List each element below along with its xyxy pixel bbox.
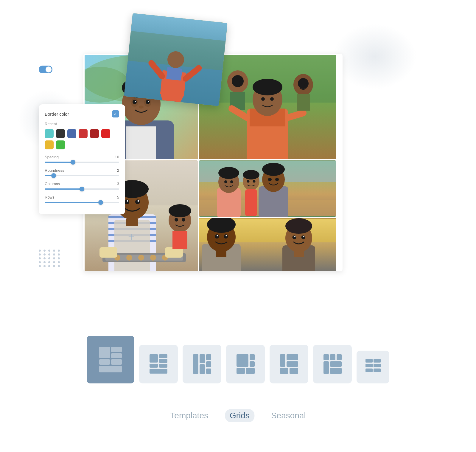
svg-rect-130	[250, 361, 255, 367]
main-container: + Border color ✓ Recent Spacing 10	[0, 0, 476, 452]
svg-point-23	[139, 106, 144, 109]
panel-confirm-button[interactable]: ✓	[112, 110, 119, 117]
svg-rect-114	[111, 359, 122, 365]
svg-rect-139	[330, 354, 335, 360]
svg-point-79	[218, 167, 239, 179]
swatch-red-dark[interactable]	[90, 129, 99, 138]
svg-point-30	[261, 97, 265, 101]
svg-point-105	[293, 236, 296, 239]
swatch-yellow[interactable]	[45, 140, 54, 149]
swatch-teal[interactable]	[45, 129, 54, 138]
photo-right-bottom-wrap	[199, 160, 336, 271]
svg-point-107	[294, 236, 295, 237]
swatch-black[interactable]	[56, 129, 65, 138]
svg-point-85	[268, 178, 272, 181]
toggle-switch[interactable]	[39, 66, 52, 73]
svg-point-43	[304, 83, 307, 86]
svg-point-55	[125, 199, 129, 204]
svg-rect-137	[290, 368, 298, 374]
svg-point-29	[253, 79, 282, 95]
recent-label: Recent	[45, 122, 119, 126]
svg-point-64	[138, 255, 144, 261]
svg-rect-117	[159, 354, 167, 358]
template-thumb-6[interactable]	[313, 345, 352, 383]
svg-rect-146	[365, 364, 373, 367]
rows-slider-row: Rows 5	[45, 195, 119, 203]
color-swatches	[45, 129, 119, 149]
spacing-thumb[interactable]	[71, 160, 75, 165]
svg-point-90	[247, 180, 250, 183]
svg-rect-73	[172, 231, 187, 249]
roundness-label: Roundness	[45, 168, 64, 173]
svg-point-34	[232, 75, 244, 87]
svg-rect-147	[374, 364, 381, 367]
tab-grids[interactable]: Grids	[225, 409, 254, 422]
border-color-panel: Border color ✓ Recent Spacing 10	[39, 104, 125, 214]
svg-point-42	[300, 83, 302, 86]
swatch-red[interactable]	[101, 129, 110, 138]
svg-point-57	[127, 200, 128, 202]
columns-slider-row: Columns 3	[45, 182, 119, 190]
swatch-blue[interactable]	[67, 129, 76, 138]
svg-line-38	[288, 113, 303, 117]
svg-rect-112	[111, 353, 122, 358]
svg-point-80	[224, 180, 227, 183]
spacing-label: Spacing	[45, 155, 59, 159]
svg-point-98	[224, 234, 228, 239]
template-thumb-4[interactable]	[226, 345, 265, 383]
template-thumb-7[interactable]	[357, 351, 389, 383]
svg-rect-118	[159, 359, 167, 363]
svg-rect-123	[200, 354, 205, 363]
svg-point-35	[234, 81, 236, 83]
photo-cell-family-outdoor-2[interactable]	[199, 160, 336, 217]
photo-cell-smiling[interactable]	[199, 218, 336, 271]
templates-row	[87, 336, 389, 383]
svg-rect-40	[297, 94, 310, 111]
svg-rect-128	[237, 354, 248, 367]
svg-point-99	[217, 235, 218, 236]
columns-thumb[interactable]	[80, 187, 84, 191]
svg-point-70	[169, 204, 191, 217]
svg-rect-101	[216, 251, 226, 257]
svg-rect-119	[150, 364, 158, 368]
panel-title: Border color	[45, 112, 69, 117]
add-photo-button[interactable]: +	[128, 231, 134, 243]
tab-templates[interactable]: Templates	[165, 409, 213, 422]
spacing-value: 10	[115, 155, 119, 159]
swatch-dark-red[interactable]	[79, 129, 88, 138]
template-thumb-2[interactable]	[139, 345, 178, 383]
svg-rect-141	[323, 361, 329, 374]
columns-fill	[45, 188, 82, 190]
svg-point-65	[150, 255, 156, 261]
svg-rect-129	[250, 354, 255, 360]
svg-rect-135	[287, 361, 298, 367]
svg-rect-52	[114, 220, 150, 271]
svg-rect-88	[245, 189, 257, 216]
svg-rect-67	[99, 247, 117, 258]
rows-thumb[interactable]	[98, 200, 103, 205]
swatch-green[interactable]	[56, 140, 65, 149]
svg-rect-124	[200, 364, 205, 374]
svg-rect-140	[337, 354, 342, 360]
tab-seasonal[interactable]: Seasonal	[266, 409, 311, 422]
svg-point-31	[270, 97, 274, 101]
svg-point-71	[175, 218, 178, 222]
template-thumb-1[interactable]	[87, 336, 134, 383]
svg-point-104	[285, 218, 312, 234]
svg-point-100	[226, 235, 227, 236]
template-thumb-5[interactable]	[270, 345, 308, 383]
spacing-fill	[45, 162, 73, 163]
template-thumb-3[interactable]	[183, 345, 221, 383]
photo-rotated-top[interactable]	[124, 13, 228, 106]
roundness-slider-row: Roundness 2	[45, 168, 119, 176]
svg-rect-110	[99, 347, 110, 358]
columns-label: Columns	[45, 182, 60, 186]
svg-point-91	[253, 180, 256, 183]
svg-rect-142	[330, 361, 342, 367]
svg-rect-120	[159, 364, 167, 368]
svg-rect-122	[193, 354, 198, 374]
svg-rect-13	[126, 126, 156, 159]
svg-point-72	[182, 218, 185, 222]
svg-point-97	[215, 234, 219, 239]
roundness-thumb[interactable]	[51, 173, 56, 178]
